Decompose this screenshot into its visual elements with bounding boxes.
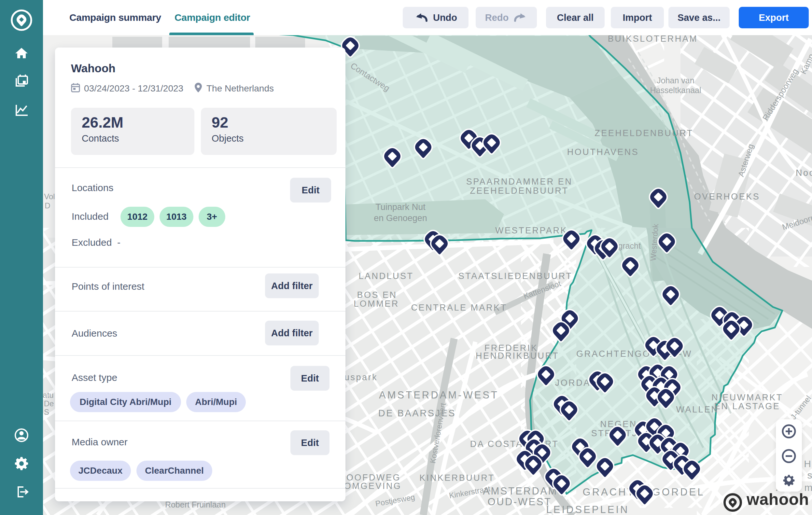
svg-text:SPAARNDAMMER EN: SPAARNDAMMER EN	[466, 177, 573, 187]
svg-text:LOMMER: LOMMER	[354, 299, 399, 309]
svg-text:AMSTERDAM-WEST: AMSTERDAM-WEST	[379, 389, 499, 401]
svg-text:ZEEHELDENBUURT: ZEEHELDENBUURT	[594, 128, 694, 138]
svg-text:Noo: Noo	[796, 168, 812, 178]
svg-text:Tuinpark Nut: Tuinpark Nut	[375, 202, 426, 212]
svg-text:D: D	[45, 201, 50, 210]
svg-text:BUIKSLOTERHAM: BUIKSLOTERHAM	[608, 34, 698, 44]
svg-text:Robert Fruinlaan: Robert Fruinlaan	[165, 500, 226, 509]
svg-text:WESTERPARK: WESTERPARK	[495, 226, 568, 235]
svg-text:H: H	[804, 458, 811, 469]
svg-text:en Genoegen: en Genoegen	[374, 213, 427, 223]
svg-text:Hasseltkanaal: Hasseltkanaal	[650, 86, 701, 95]
svg-text:OUD-WEST: OUD-WEST	[488, 496, 552, 508]
svg-text:S: S	[44, 407, 49, 417]
svg-text:AMSTERDAM: AMSTERDAM	[483, 485, 558, 497]
svg-text:atu: atu	[42, 391, 53, 399]
svg-text:WALLEN: WALLEN	[676, 405, 719, 414]
svg-text:HENDRIKBUURT: HENDRIKBUURT	[476, 351, 559, 361]
svg-text:LEIDSEPLEIN: LEIDSEPLEIN	[546, 504, 629, 515]
svg-text:s: s	[807, 470, 812, 481]
svg-text:ZEEHELDENBUURT: ZEEHELDENBUURT	[470, 186, 569, 196]
svg-text:STAATSLIEDENBUURT: STAATSLIEDENBUURT	[458, 271, 573, 281]
svg-text:BOS EN: BOS EN	[357, 290, 397, 300]
svg-text:De: De	[44, 399, 54, 408]
svg-text:Johan van: Johan van	[657, 76, 694, 85]
svg-text:LANDLUST: LANDLUST	[358, 271, 413, 281]
svg-text:EN LASTAGE: EN LASTAGE	[714, 401, 780, 411]
svg-text:HOUTHAVENS: HOUTHAVENS	[567, 147, 639, 157]
svg-text:OVERHOEKS: OVERHOEKS	[694, 192, 760, 201]
svg-text:NIEUWMARKT: NIEUWMARKT	[712, 393, 783, 402]
svg-text:KINKERBUURT: KINKERBUURT	[419, 473, 495, 483]
svg-text:CENTRALE MARKT: CENTRALE MARKT	[411, 303, 507, 313]
svg-text:Vol: Vol	[44, 192, 55, 201]
